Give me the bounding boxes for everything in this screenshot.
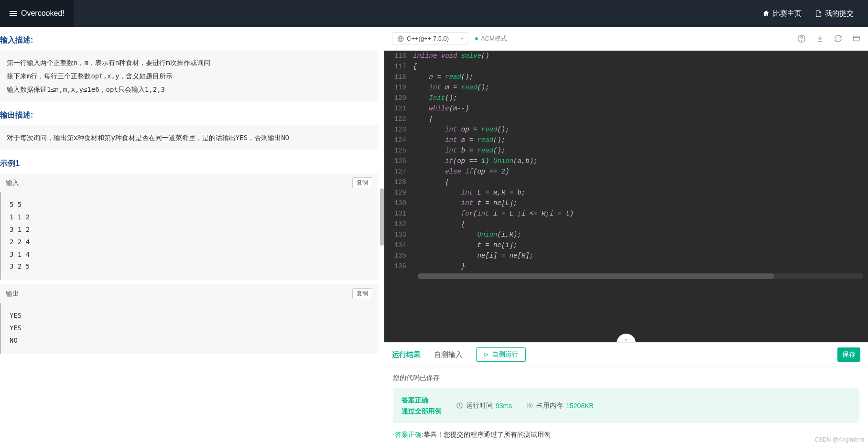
example-output-body: YES YES NO [0, 303, 378, 354]
collapse-results-handle[interactable]: ⌄ [617, 334, 636, 342]
runtime-metric: 运行时间 93ms [456, 401, 512, 410]
code-line[interactable]: 116inline void solve() [384, 51, 868, 61]
line-number: 120 [384, 93, 413, 103]
input-desc-title: 输入描述: [0, 35, 378, 45]
header-bar: Overcooked! 比赛主页 我的提交 [0, 0, 868, 27]
line-number: 116 [384, 51, 413, 61]
copy-output-button[interactable]: 复制 [352, 288, 372, 299]
problem-pane[interactable]: 输入描述: 第一行输入两个正整数n，m，表示有n种食材，要进行m次操作或询问 接… [0, 27, 384, 444]
code-line[interactable]: 118 n = read(); [384, 72, 868, 82]
play-icon [483, 352, 489, 357]
my-submissions-label: 我的提交 [825, 9, 854, 18]
line-number: 130 [384, 198, 413, 208]
code-line[interactable]: 136 } [384, 261, 868, 271]
header-left[interactable]: Overcooked! [0, 0, 74, 27]
save-button[interactable]: 保存 [837, 347, 860, 362]
code-line[interactable]: 120 Init(); [384, 93, 868, 103]
example-input-header: 输入 复制 [0, 173, 378, 192]
code-line[interactable]: 133 Union(i,R); [384, 229, 868, 240]
input-desc: 第一行输入两个正整数n，m，表示有n种食材，要进行m次操作或询问 接下来m行，每… [0, 50, 378, 102]
results-panel: 运行结果 自测输入 自测运行 保存 您的代码已保存 答案正确 通过全部用例 [384, 342, 868, 444]
memory-metric: 占用内存 15208KB [526, 401, 594, 410]
code-line[interactable]: 129 int L = a,R = b; [384, 187, 868, 198]
memory-value: 15208KB [566, 402, 594, 410]
results-body: 您的代码已保存 答案正确 通过全部用例 运行时间 93ms 占用内存 152 [384, 367, 868, 444]
example-input-block: 输入 复制 5 5 1 1 2 3 1 2 2 2 4 3 1 4 3 2 5 [0, 173, 378, 280]
line-number: 135 [384, 250, 413, 261]
svg-rect-3 [853, 36, 859, 41]
help-icon[interactable] [797, 34, 806, 43]
mode-label: ACM模式 [475, 34, 507, 43]
congrats-message: 答案正确:恭喜！您提交的程序通过了所有的测试用例 [395, 431, 857, 439]
code-line[interactable]: 130 int t = ne[L]; [384, 198, 868, 208]
runtime-value: 93ms [496, 402, 512, 410]
home-icon [762, 10, 770, 17]
language-select[interactable]: C++(g++ 7.5.0) ▾ [392, 32, 468, 44]
example-input-body: 5 5 1 1 2 3 1 2 2 2 4 3 1 4 3 2 5 [0, 192, 378, 280]
file-icon [815, 10, 822, 17]
code-line[interactable]: 122 { [384, 114, 868, 124]
tab-run-result[interactable]: 运行结果 [392, 350, 421, 359]
example-output-block: 输出 复制 YES YES NO [0, 284, 378, 354]
watermark: CSDN @Angindem [814, 436, 864, 443]
menu-icon [10, 10, 17, 17]
line-number: 122 [384, 114, 413, 124]
editor-h-scrollbar[interactable] [418, 273, 863, 279]
code-line[interactable]: 134 t = ne[i]; [384, 240, 868, 250]
refresh-icon[interactable] [834, 34, 842, 43]
globe-icon [397, 35, 404, 42]
code-line[interactable]: 117{ [384, 61, 868, 72]
editor-pane: C++(g++ 7.5.0) ▾ ACM模式 116inline void so… [384, 27, 868, 444]
output-label: 输出 [6, 290, 19, 298]
output-desc-title: 输出描述: [0, 110, 378, 120]
line-number: 124 [384, 135, 413, 145]
code-line[interactable]: 119 int m = read(); [384, 82, 868, 93]
line-number: 136 [384, 261, 413, 271]
results-tabs: 运行结果 自测输入 自测运行 保存 [384, 343, 868, 367]
line-number: 123 [384, 124, 413, 135]
line-number: 133 [384, 229, 413, 240]
code-editor[interactable]: 116inline void solve()117{118 n = read()… [384, 51, 868, 342]
code-line[interactable]: 131 for(int i = L ;i <= R;i = t) [384, 208, 868, 219]
line-number: 126 [384, 156, 413, 166]
editor-toolbar: C++(g++ 7.5.0) ▾ ACM模式 [384, 27, 868, 51]
copy-input-button[interactable]: 复制 [352, 177, 372, 188]
saved-message: 您的代码已保存 [393, 374, 859, 382]
code-line[interactable]: 125 int b = read(); [384, 145, 868, 156]
layout-icon[interactable] [852, 34, 860, 43]
code-line[interactable]: 121 while(m--) [384, 103, 868, 114]
line-number: 127 [384, 166, 413, 177]
code-line[interactable]: 128 { [384, 177, 868, 187]
line-number: 121 [384, 103, 413, 114]
input-label: 输入 [6, 179, 19, 187]
line-number: 129 [384, 187, 413, 198]
code-line[interactable]: 123 int op = read(); [384, 124, 868, 135]
code-line[interactable]: 127 else if(op == 2) [384, 166, 868, 177]
toolbar-right [797, 34, 860, 43]
language-label: C++(g++ 7.5.0) [407, 35, 449, 42]
line-number: 131 [384, 208, 413, 219]
code-line[interactable]: 126 if(op == 1) Union(a,b); [384, 156, 868, 166]
line-number: 128 [384, 177, 413, 187]
main: 输入描述: 第一行输入两个正整数n，m，表示有n种食材，要进行m次操作或询问 接… [0, 27, 868, 444]
code-line[interactable]: 132 { [384, 219, 868, 229]
left-scrollbar[interactable] [380, 188, 384, 246]
line-number: 134 [384, 240, 413, 250]
line-number: 117 [384, 61, 413, 72]
code-line[interactable]: 135 ne[i] = ne[R]; [384, 250, 868, 261]
example-title: 示例1 [0, 159, 378, 169]
header-right: 比赛主页 我的提交 [748, 9, 868, 18]
my-submissions-link[interactable]: 我的提交 [815, 9, 854, 18]
line-number: 118 [384, 72, 413, 82]
tab-self-test[interactable]: 自测输入 [434, 350, 463, 359]
example-output-header: 输出 复制 [0, 284, 378, 303]
line-number: 119 [384, 82, 413, 93]
gear-icon [526, 402, 533, 409]
verdict-box: 答案正确 通过全部用例 运行时间 93ms 占用内存 15208KB [393, 388, 859, 423]
line-number: 125 [384, 145, 413, 156]
code-line[interactable]: 124 int a = read(); [384, 135, 868, 145]
self-run-button[interactable]: 自测运行 [476, 347, 526, 362]
contest-home-link[interactable]: 比赛主页 [762, 9, 802, 18]
svg-point-2 [802, 40, 802, 41]
download-icon[interactable] [815, 34, 824, 43]
